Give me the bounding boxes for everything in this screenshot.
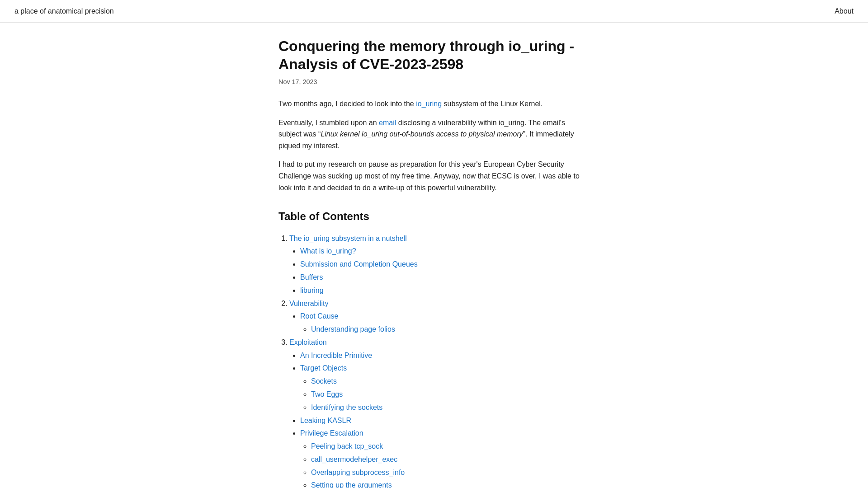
list-item: call_usermodehelper_exec	[311, 454, 590, 465]
toc-link[interactable]: liburing	[300, 286, 324, 294]
site-title-link[interactable]: a place of anatomical precision	[14, 5, 114, 17]
list-item: Two Eggs	[311, 389, 590, 400]
list-item: liburing	[300, 285, 590, 296]
list-item: Overlapping subprocess_info	[311, 467, 590, 479]
toc-link[interactable]: Understanding page folios	[311, 325, 395, 333]
list-item: Setting up the arguments	[311, 479, 590, 488]
toc-link[interactable]: Target Objects	[300, 364, 347, 372]
intro-p1-text-after: subsystem of the Linux Kernel.	[442, 100, 542, 108]
email-subject: Linux kernel io_uring out-of-bounds acce…	[321, 130, 523, 138]
io-uring-link[interactable]: io_uring	[416, 100, 442, 108]
list-item: An Incredible Primitive	[300, 350, 590, 361]
toc-link[interactable]: Identifying the sockets	[311, 404, 382, 411]
toc-link[interactable]: Setting up the arguments	[311, 481, 392, 488]
list-item: Leaking KASLR	[300, 415, 590, 427]
intro-p2-before: Eventually, I stumbled upon an	[278, 119, 379, 127]
table-of-contents: The io_uring subsystem in a nutshellWhat…	[278, 233, 590, 488]
list-item: Buffers	[300, 272, 590, 283]
toc-link[interactable]: What is io_uring?	[300, 247, 356, 255]
list-item: Privilege EscalationPeeling back tcp_soc…	[300, 427, 590, 488]
toc-link[interactable]: call_usermodehelper_exec	[311, 455, 397, 463]
list-item: ExploitationAn Incredible PrimitiveTarge…	[289, 337, 590, 488]
about-link[interactable]: About	[835, 7, 854, 15]
list-item: What is io_uring?	[300, 245, 590, 257]
toc-link[interactable]: Vulnerability	[289, 300, 329, 307]
toc-heading: Table of Contents	[278, 208, 590, 225]
list-item: The io_uring subsystem in a nutshellWhat…	[289, 233, 590, 296]
toc-link[interactable]: Leaking KASLR	[300, 417, 351, 424]
toc-link[interactable]: Privilege Escalation	[300, 429, 363, 437]
list-item: VulnerabilityRoot CauseUnderstanding pag…	[289, 298, 590, 335]
article-date: Nov 17, 2023	[278, 77, 590, 87]
toc-link[interactable]: Overlapping subprocess_info	[311, 469, 405, 476]
main-content: Conquering the memory through io_uring -…	[271, 23, 597, 488]
list-item: Identifying the sockets	[311, 402, 590, 413]
toc-link[interactable]: Root Cause	[300, 312, 339, 320]
intro-paragraph-2: Eventually, I stumbled upon an email dis…	[278, 117, 590, 152]
list-item: Peeling back tcp_sock	[311, 441, 590, 452]
toc-link[interactable]: Peeling back tcp_sock	[311, 442, 383, 450]
intro-paragraph-3: I had to put my research on pause as pre…	[278, 159, 590, 193]
toc-link[interactable]: Buffers	[300, 273, 323, 281]
list-item: Understanding page folios	[311, 324, 590, 335]
site-header: a place of anatomical precision About	[0, 0, 868, 23]
list-item: Submission and Completion Queues	[300, 258, 590, 270]
toc-link[interactable]: The io_uring subsystem in a nutshell	[289, 235, 407, 242]
list-item: Root CauseUnderstanding page folios	[300, 310, 590, 335]
intro-paragraph-1: Two months ago, I decided to look into t…	[278, 98, 590, 110]
email-link[interactable]: email	[379, 119, 396, 127]
main-nav: About	[835, 5, 854, 17]
intro-p1-text-before: Two months ago, I decided to look into t…	[278, 100, 416, 108]
toc-link[interactable]: Two Eggs	[311, 390, 343, 398]
toc-link[interactable]: An Incredible Primitive	[300, 352, 372, 359]
toc-link[interactable]: Exploitation	[289, 338, 327, 346]
list-item: Sockets	[311, 375, 590, 387]
toc-link[interactable]: Sockets	[311, 377, 337, 385]
list-item: Target ObjectsSocketsTwo EggsIdentifying…	[300, 362, 590, 413]
toc-link[interactable]: Submission and Completion Queues	[300, 260, 418, 268]
page-title: Conquering the memory through io_uring -…	[278, 37, 590, 73]
